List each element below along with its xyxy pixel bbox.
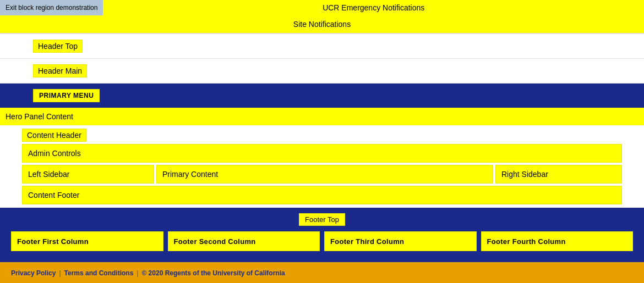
content-wrapper: Content Header Admin Controls Left Sideb… [0,125,644,208]
content-columns: Left Sidebar Primary Content Right Sideb… [22,165,622,184]
content-header-label: Content Header [22,129,86,142]
footer-top-row: Footer Top [11,213,633,226]
footer-section: Footer Top Footer First Column Footer Se… [0,208,644,262]
left-sidebar-region: Left Sidebar [22,165,154,184]
header-top-label: Header Top [33,40,83,53]
separator-1: | [59,269,61,277]
footer-bottom-bar: Privacy Policy | Terms and Conditions | … [0,262,644,283]
emergency-notifications-bar: UCR Emergency Notifications [103,0,644,15]
separator-2: | [137,269,138,277]
footer-top-label: Footer Top [299,213,345,226]
content-header-row: Content Header [22,129,622,142]
top-bar: Exit block region demonstration UCR Emer… [0,0,644,15]
copyright-text: © 2020 Regents of the University of Cali… [141,269,285,277]
primary-menu-label: PRIMARY MENU [33,89,100,102]
footer-third-column: Footer Third Column [324,231,477,251]
footer-fourth-column: Footer Fourth Column [481,231,634,251]
privacy-policy-link[interactable]: Privacy Policy [11,269,56,277]
content-footer-region: Content Footer [22,186,622,204]
right-sidebar-region: Right Sidebar [495,165,622,184]
header-main-label: Header Main [33,64,87,77]
footer-second-column: Footer Second Column [168,231,320,251]
admin-controls-region: Admin Controls [22,144,622,163]
terms-and-conditions-link[interactable]: Terms and Conditions [64,269,134,277]
header-top-region: Header Top [0,34,644,59]
footer-columns: Footer First Column Footer Second Column… [11,231,633,251]
exit-button[interactable]: Exit block region demonstration [0,0,103,15]
footer-first-column: Footer First Column [11,231,163,251]
site-notifications-bar: Site Notifications [0,15,644,34]
primary-menu-bar: PRIMARY MENU [0,84,644,108]
header-main-region: Header Main [0,59,644,84]
hero-panel-region: Hero Panel Content [0,108,644,125]
primary-content-region: Primary Content [156,165,493,184]
